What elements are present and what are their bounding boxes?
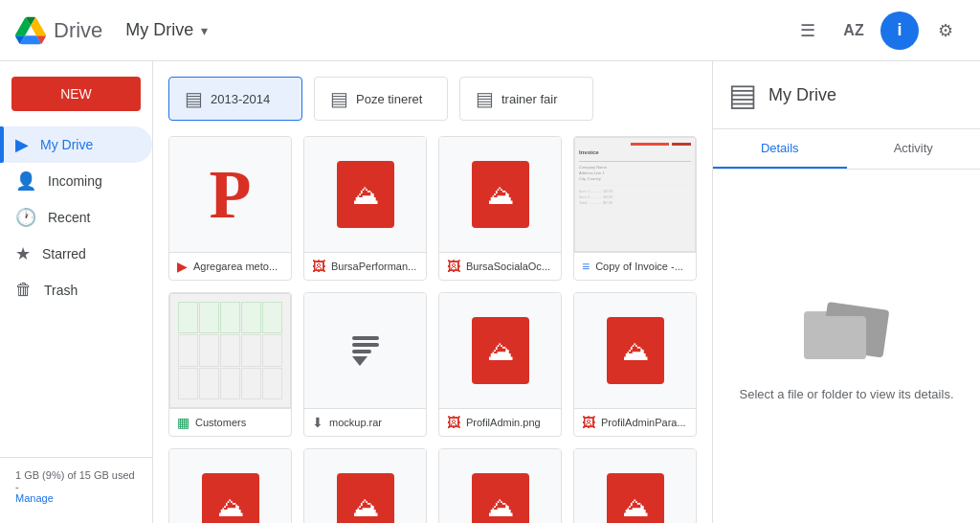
- file-copy-invoice[interactable]: Invoice Company Name Address Line 1 City…: [573, 136, 697, 281]
- file-name: BursaPerforman...: [331, 261, 416, 272]
- list-view-icon: ☰: [800, 20, 815, 41]
- folders-row: ▤ 2013-2014 ▤ Poze tineret ▤ trainer fai…: [168, 77, 697, 121]
- file-profil-student[interactable]: ⛰ 🖼 ProfilStudent.pn...: [438, 448, 562, 523]
- image-placeholder: ⛰: [472, 317, 529, 384]
- file-customers[interactable]: ▦ Customers: [168, 292, 292, 437]
- info-button[interactable]: i: [880, 11, 919, 50]
- folder-card-trainer-fair[interactable]: ▤ trainer fair: [459, 77, 593, 121]
- file-bursa-social[interactable]: ⛰ 🖼 BursaSocialaOc...: [438, 136, 562, 281]
- folder-card-2013-2014[interactable]: ▤ 2013-2014: [168, 77, 302, 121]
- file-thumb: ⛰: [439, 293, 561, 408]
- folder-icon: ▤: [476, 87, 494, 110]
- new-button-label: NEW: [60, 86, 92, 102]
- sidebar-item-recent[interactable]: 🕐 Recent: [0, 199, 152, 236]
- file-profil-manager2[interactable]: ⛰ 🖼 ProfilManager2...: [303, 448, 427, 523]
- app-logo: Drive: [15, 15, 102, 46]
- file-type-icon: 🖼: [582, 415, 595, 430]
- file-type-icon: ⬇: [312, 415, 323, 430]
- recent-icon: 🕐: [15, 207, 36, 228]
- file-thumb: P: [169, 137, 291, 252]
- sidebar-item-label: Recent: [48, 210, 90, 225]
- file-mockup-rar[interactable]: ⬇ mockup.rar: [303, 292, 427, 437]
- file-type-icon: 🖼: [447, 259, 460, 274]
- file-profil-admin[interactable]: ⛰ 🖼 ProfilAdmin.png: [438, 292, 562, 437]
- sidebar-item-label: My Drive: [40, 137, 93, 152]
- file-label: ≡ Copy of Invoice -...: [574, 252, 696, 280]
- files-grid: P ▶ Agregarea meto... ⛰ 🖼 BursaPerforman…: [168, 136, 697, 523]
- svg-rect-2: [809, 316, 866, 359]
- mountain-icon: ⛰: [352, 179, 379, 211]
- file-name: Customers: [195, 417, 246, 428]
- detail-body: Select a file or folder to view its deta…: [713, 170, 980, 523]
- mountain-icon: ⛰: [352, 491, 379, 523]
- detail-tabs: Details Activity: [713, 129, 980, 170]
- sidebar-item-starred[interactable]: ★ Starred: [0, 236, 152, 272]
- file-thumb: ⛰: [304, 449, 426, 523]
- file-profil-student2[interactable]: ⛰ 🖼 ProfilStudent.pn...: [573, 448, 697, 523]
- sort-icon: AZ: [843, 22, 863, 39]
- tab-details[interactable]: Details: [713, 129, 847, 169]
- mountain-icon: ⛰: [487, 335, 514, 367]
- file-label: 🖼 BursaSocialaOc...: [439, 252, 561, 280]
- folder-card-poze-tineret[interactable]: ▤ Poze tineret: [314, 77, 448, 121]
- detail-title: My Drive: [768, 85, 836, 105]
- sheet-preview: [170, 294, 290, 407]
- file-thumb: ⛰: [439, 449, 561, 523]
- storage-info: 1 GB (9%) of 15 GB used - Manage: [0, 457, 152, 515]
- tab-activity[interactable]: Activity: [847, 129, 981, 169]
- tab-activity-label: Activity: [894, 141, 933, 155]
- sidebar-item-incoming[interactable]: 👤 Incoming: [0, 163, 152, 199]
- incoming-icon: 👤: [15, 171, 36, 192]
- image-placeholder: ⛰: [607, 473, 664, 523]
- file-thumb: Invoice Company Name Address Line 1 City…: [574, 137, 696, 252]
- topbar: Drive My Drive ▾ ☰ AZ i ⚙: [0, 0, 980, 61]
- sidebar-item-label: Starred: [42, 246, 86, 262]
- file-bursa-perform[interactable]: ⛰ 🖼 BursaPerforman...: [303, 136, 427, 281]
- info-icon: i: [897, 20, 902, 40]
- new-button[interactable]: NEW: [11, 77, 141, 111]
- mountain-icon: ⛰: [622, 335, 649, 367]
- active-indicator: [0, 126, 4, 163]
- file-name: ProfilAdmin.png: [466, 417, 541, 428]
- topbar-actions: ☰ AZ i ⚙: [789, 11, 965, 50]
- file-profil-admin-para[interactable]: ⛰ 🖼 ProfilAdminPara...: [573, 292, 697, 437]
- file-label: ⬇ mockup.rar: [304, 408, 426, 436]
- storage-text: 1 GB (9%) of 15 GB used -: [15, 469, 135, 492]
- detail-placeholder-text: Select a file or folder to view its deta…: [740, 387, 954, 401]
- sort-button[interactable]: AZ: [835, 11, 873, 50]
- sidebar-item-label: Incoming: [48, 173, 102, 189]
- main-layout: NEW ▶ My Drive 👤 Incoming 🕐 Recent ★ Sta…: [0, 61, 980, 523]
- settings-button[interactable]: ⚙: [926, 11, 965, 50]
- gear-icon: ⚙: [938, 20, 953, 41]
- file-thumb: ⛰: [439, 137, 561, 252]
- file-name: ProfilAdminPara...: [601, 417, 686, 428]
- file-agregarea[interactable]: P ▶ Agregarea meto...: [168, 136, 292, 281]
- star-icon: ★: [15, 243, 31, 264]
- file-thumb: ⛰: [574, 293, 696, 408]
- content-area: ▤ 2013-2014 ▤ Poze tineret ▤ trainer fai…: [153, 61, 712, 523]
- image-placeholder: ⛰: [337, 161, 394, 228]
- sidebar-item-trash[interactable]: 🗑 Trash: [0, 272, 152, 307]
- breadcrumb-label: My Drive: [125, 20, 193, 40]
- image-placeholder: ⛰: [202, 473, 259, 523]
- detail-folder-icon: ▤: [728, 77, 757, 113]
- file-name: Copy of Invoice -...: [595, 261, 683, 272]
- file-name: BursaSocialaOc...: [466, 261, 550, 272]
- folder-icon: ▤: [185, 87, 203, 110]
- detail-header: ▤ My Drive: [713, 61, 980, 129]
- breadcrumb[interactable]: My Drive ▾: [125, 20, 208, 40]
- archive-icon: [352, 336, 379, 366]
- detail-panel: ▤ My Drive Details Activity Select a fil…: [712, 61, 980, 523]
- list-view-button[interactable]: ☰: [789, 11, 827, 50]
- image-placeholder: ⛰: [337, 473, 394, 523]
- folder-name: Poze tineret: [356, 92, 422, 106]
- sidebar-item-my-drive[interactable]: ▶ My Drive: [0, 126, 152, 163]
- app-title: Drive: [54, 18, 102, 43]
- folder-name: 2013-2014: [211, 92, 270, 106]
- folder-icon: ▤: [330, 87, 348, 110]
- manage-storage-link[interactable]: Manage: [15, 492, 54, 504]
- file-type-icon: ≡: [582, 259, 590, 274]
- file-profil-manager[interactable]: ⛰ 🖼 ProfilManager.p...: [168, 448, 292, 523]
- file-thumb: [169, 293, 291, 408]
- file-name: mockup.rar: [329, 417, 382, 428]
